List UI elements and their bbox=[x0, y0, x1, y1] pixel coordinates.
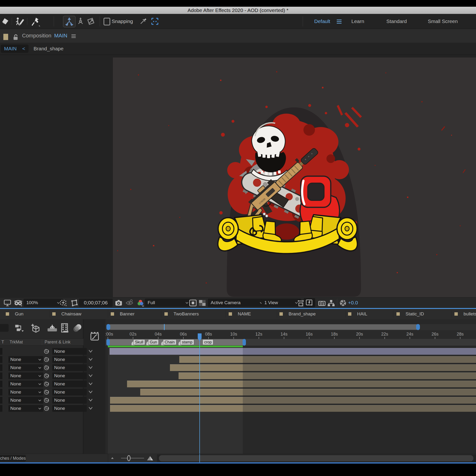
collapse-chevron-icon[interactable] bbox=[88, 382, 93, 385]
work-area-end-handle[interactable] bbox=[242, 339, 246, 346]
pick-whip-icon[interactable] bbox=[44, 397, 49, 403]
trkmat-dropdown[interactable]: None bbox=[8, 364, 43, 371]
column-trkmat[interactable]: TrkMat bbox=[10, 340, 23, 345]
work-area-start-handle[interactable] bbox=[106, 339, 110, 346]
collapse-chevron-icon[interactable] bbox=[88, 349, 93, 353]
tab-bullets[interactable]: bullets bbox=[463, 311, 476, 317]
comp-marker-label[interactable]: stamp bbox=[180, 339, 194, 345]
comp-marker-label[interactable]: Gun bbox=[148, 339, 159, 345]
zoom-in-mountain-icon[interactable] bbox=[147, 455, 153, 461]
magnification-goggles-icon[interactable] bbox=[14, 299, 23, 306]
comp-marker-label[interactable]: Chain bbox=[163, 339, 176, 345]
tab-chainsaw[interactable]: Chainsaw bbox=[61, 311, 81, 317]
breadcrumb-current[interactable]: Brand_shape bbox=[34, 46, 64, 51]
resolution-dropdown[interactable]: Full bbox=[145, 299, 191, 307]
graph-editor-button[interactable] bbox=[89, 331, 101, 342]
tab-twobanners[interactable]: TwoBanners bbox=[173, 311, 199, 317]
region-of-interest-icon[interactable] bbox=[189, 299, 197, 306]
tab-gun[interactable]: Gun bbox=[15, 311, 23, 317]
frame-blend-column-icon[interactable] bbox=[60, 323, 70, 333]
view-axis-mode-button[interactable] bbox=[86, 17, 95, 26]
pick-whip-icon[interactable] bbox=[44, 406, 49, 411]
collapse-chevron-icon[interactable] bbox=[88, 366, 93, 369]
time-ruler[interactable]: 0:00s 02s 04s 06s 08s 10s 12s 14s 16s 18… bbox=[105, 330, 476, 339]
time-navigator-track[interactable] bbox=[105, 324, 476, 331]
mask-visibility-icon[interactable] bbox=[70, 299, 78, 306]
channel-rgb-icon[interactable] bbox=[136, 299, 145, 307]
trkmat-dropdown[interactable]: None bbox=[8, 397, 43, 404]
snapping-checkbox[interactable] bbox=[103, 18, 110, 25]
parent-dropdown[interactable]: None bbox=[52, 389, 87, 395]
playhead-line[interactable] bbox=[199, 339, 200, 454]
collapse-chevron-icon[interactable] bbox=[88, 390, 93, 393]
trkmat-dropdown[interactable]: None bbox=[8, 373, 43, 379]
time-navigator-handle[interactable] bbox=[108, 324, 419, 330]
eraser-tool[interactable] bbox=[1, 17, 9, 25]
snap-zoom-icon[interactable] bbox=[139, 17, 147, 25]
trkmat-dropdown[interactable]: None bbox=[8, 381, 43, 387]
parent-dropdown[interactable]: None bbox=[52, 405, 87, 412]
workspace-menu-icon[interactable] bbox=[336, 19, 342, 24]
collapse-chevron-icon[interactable] bbox=[88, 407, 93, 410]
collapse-chevron-icon[interactable] bbox=[88, 374, 93, 377]
workspace-small-screen[interactable]: Small Screen bbox=[428, 18, 458, 24]
trkmat-dropdown[interactable]: None bbox=[8, 389, 43, 395]
comp-name[interactable]: MAIN bbox=[54, 33, 67, 39]
pick-whip-icon[interactable] bbox=[44, 365, 49, 371]
workspace-standard[interactable]: Standard bbox=[386, 18, 407, 24]
collapse-chevron-icon[interactable] bbox=[88, 398, 93, 402]
parent-dropdown[interactable]: None bbox=[52, 356, 87, 363]
timecode-display[interactable]: 0;00;07;06 bbox=[79, 299, 113, 307]
comp-marker-label[interactable]: Skull bbox=[133, 339, 145, 345]
shy-column-icon[interactable] bbox=[47, 323, 57, 332]
always-preview-icon[interactable] bbox=[4, 299, 11, 306]
exposure-value[interactable]: +0.0 bbox=[348, 300, 358, 306]
workspace-learn[interactable]: Learn bbox=[351, 18, 364, 24]
comp-viewer[interactable]: 174039 bbox=[0, 55, 476, 297]
puppet-pin-tool[interactable] bbox=[30, 17, 41, 26]
breadcrumb-tab-main[interactable]: MAIN < bbox=[1, 45, 29, 53]
trkmat-dropdown[interactable]: None bbox=[8, 405, 43, 412]
trkmat-dropdown[interactable]: None bbox=[8, 356, 43, 363]
tab-banner[interactable]: Banner bbox=[120, 311, 135, 317]
column-parent-link[interactable]: Parent & Link bbox=[45, 340, 70, 345]
parent-dropdown[interactable]: None bbox=[52, 381, 87, 387]
timeline-zoom-slider-handle[interactable] bbox=[127, 455, 131, 461]
pick-whip-icon[interactable] bbox=[44, 357, 49, 362]
zoom-out-mountain-icon[interactable] bbox=[110, 456, 115, 460]
playhead-handle[interactable] bbox=[197, 333, 202, 342]
navigator-start-handle[interactable] bbox=[106, 324, 110, 330]
world-axis-mode-button[interactable] bbox=[76, 17, 85, 26]
transparency-grid-icon[interactable] bbox=[198, 299, 207, 306]
tab-brand-shape[interactable]: Brand_shape bbox=[289, 311, 316, 317]
roto-brush-tool[interactable] bbox=[14, 17, 25, 26]
toggle-switches-modes-button[interactable]: ches / Modes bbox=[0, 455, 26, 462]
parent-dropdown[interactable]: None bbox=[52, 348, 87, 355]
timeline-panel-icon[interactable] bbox=[318, 299, 326, 306]
comp-marker-label[interactable]: crop bbox=[203, 339, 213, 345]
tab-name[interactable]: NAME bbox=[238, 311, 251, 317]
tab-hail[interactable]: HAIL bbox=[357, 311, 367, 317]
parent-dropdown[interactable]: None bbox=[52, 373, 87, 379]
horizontal-scrollbar-thumb[interactable] bbox=[159, 455, 473, 461]
search-field-fragment[interactable] bbox=[0, 324, 9, 332]
panel-menu-icon[interactable] bbox=[71, 34, 76, 38]
timeline-zoom-slider-track[interactable] bbox=[121, 458, 144, 459]
3d-view-dropdown[interactable]: Active Camera bbox=[208, 299, 266, 307]
parent-dropdown[interactable]: None bbox=[52, 364, 87, 371]
show-snapshot-eye-icon[interactable] bbox=[125, 299, 134, 306]
grid-guides-icon[interactable] bbox=[59, 299, 68, 306]
pick-whip-icon[interactable] bbox=[44, 389, 49, 395]
motion-blur-column-icon[interactable] bbox=[73, 323, 83, 332]
collapse-chevron-icon[interactable] bbox=[88, 357, 93, 361]
lock-icon[interactable] bbox=[13, 34, 19, 40]
snapshot-camera-icon[interactable] bbox=[115, 299, 123, 306]
capture-snapshot-brackets-icon[interactable] bbox=[151, 17, 159, 25]
parent-dropdown[interactable]: None bbox=[52, 397, 87, 404]
zoom-level-dropdown[interactable]: 100% bbox=[23, 299, 63, 307]
3d-layer-column-icon[interactable] bbox=[30, 323, 41, 333]
parent-link-column-icon[interactable] bbox=[15, 324, 24, 332]
navigator-end-handle[interactable] bbox=[416, 324, 420, 330]
horizontal-scrollbar-track[interactable] bbox=[157, 454, 476, 462]
fast-previews-button[interactable] bbox=[304, 298, 315, 307]
